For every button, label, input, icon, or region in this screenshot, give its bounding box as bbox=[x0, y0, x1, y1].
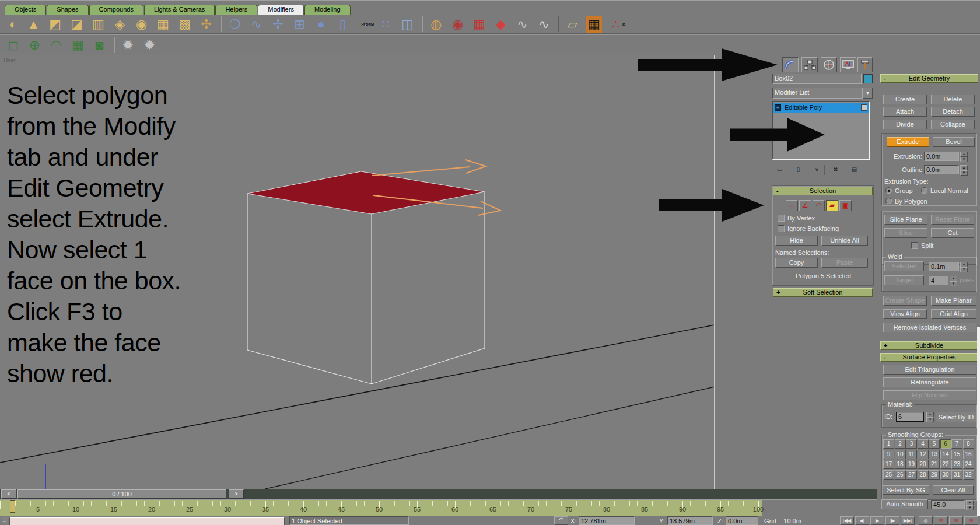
slice-plane-button[interactable]: Slice Plane bbox=[884, 215, 928, 225]
make-unique-icon[interactable]: ∨ bbox=[810, 165, 825, 175]
weld-selected-field[interactable]: 0.1m bbox=[929, 262, 959, 271]
prev-frame-button[interactable]: ◀| bbox=[855, 516, 869, 525]
angle-snap-icon[interactable]: ⊞ bbox=[949, 516, 963, 525]
vol-select-icon[interactable]: ▦ bbox=[471, 16, 488, 33]
extrude-button[interactable]: Extrude bbox=[887, 137, 929, 147]
split-checkbox[interactable] bbox=[911, 242, 918, 249]
smoothing-group-10[interactable]: 10 bbox=[895, 450, 906, 459]
snap-toggle-icon[interactable]: ⊞ bbox=[934, 516, 948, 525]
sphere-modifier-icon[interactable]: ● bbox=[313, 16, 330, 33]
xform-gold-icon[interactable]: ✣ bbox=[198, 16, 215, 33]
clear-all-button[interactable]: Clear All bbox=[933, 485, 974, 495]
smoothing-group-14[interactable]: 14 bbox=[940, 450, 951, 459]
panel-scrollbar[interactable] bbox=[977, 327, 980, 516]
extrusion-spinner[interactable]: ▲▼ bbox=[960, 152, 968, 161]
lattice-icon[interactable]: ▩ bbox=[176, 16, 193, 33]
object-name-field[interactable]: Box02 bbox=[772, 74, 862, 84]
stack-expand-icon[interactable]: + bbox=[775, 104, 781, 111]
smoothing-group-26[interactable]: 26 bbox=[895, 470, 906, 480]
time-slider-prev-button[interactable]: < bbox=[1, 489, 16, 499]
flip-normals-button[interactable]: Flip Normals bbox=[883, 390, 977, 400]
selection-lock-toggle[interactable] bbox=[554, 516, 568, 525]
select-by-id-button[interactable]: Select By ID bbox=[936, 412, 977, 422]
smoothing-group-27[interactable]: 27 bbox=[906, 470, 917, 480]
tab-lights-cameras[interactable]: Lights & Cameras bbox=[144, 5, 215, 15]
tab-objects[interactable]: Objects bbox=[5, 5, 46, 15]
view-align-button[interactable]: View Align bbox=[883, 309, 927, 319]
squeeze-icon[interactable]: ◈ bbox=[111, 16, 128, 33]
edit-geometry-rollout-header[interactable]: - Edit Geometry bbox=[880, 74, 978, 83]
slice-button[interactable]: Slice bbox=[884, 228, 928, 238]
weld-target-button[interactable]: Target bbox=[884, 275, 924, 285]
material-id-icon[interactable]: ∴ID bbox=[607, 16, 624, 33]
attach-button[interactable]: Attach bbox=[883, 107, 927, 117]
paste-button[interactable]: Paste bbox=[821, 258, 868, 268]
material-id-field[interactable]: 6 bbox=[896, 412, 924, 422]
noise-icon[interactable]: ◪ bbox=[68, 16, 85, 33]
smoothing-group-16[interactable]: 16 bbox=[963, 450, 974, 459]
uvw-map-icon[interactable]: ▱ bbox=[564, 16, 581, 33]
grid-align-button[interactable]: Grid Align bbox=[931, 309, 977, 319]
detach-button[interactable]: Detach bbox=[931, 107, 975, 117]
go-to-start-button[interactable]: |◀◀ bbox=[840, 516, 854, 525]
tape-measure-icon[interactable]: ◙ bbox=[91, 37, 108, 54]
smoothing-group-3[interactable]: 3 bbox=[906, 439, 917, 449]
play-button[interactable]: ▶ bbox=[870, 516, 884, 525]
key-mode-icon[interactable]: ◍ bbox=[919, 516, 933, 525]
create-shape-button[interactable]: Create Shape bbox=[883, 296, 927, 306]
modifier-list-dropdown-arrow[interactable]: ▼ bbox=[863, 88, 873, 99]
extrusion-field[interactable]: 0.0m bbox=[924, 152, 959, 161]
display-tab[interactable] bbox=[840, 57, 856, 72]
bevel-button[interactable]: Bevel bbox=[933, 137, 975, 147]
show-end-result-icon[interactable]: ▯ bbox=[791, 165, 806, 175]
motion-tab[interactable] bbox=[821, 57, 837, 72]
next-frame-button[interactable]: |▶ bbox=[886, 516, 900, 525]
stack-visibility-icon[interactable] bbox=[861, 104, 867, 111]
ripple-icon[interactable]: ◉ bbox=[133, 16, 150, 33]
weld-target-spinner[interactable]: ▲▼ bbox=[950, 276, 957, 285]
smoothing-group-1[interactable]: 1 bbox=[883, 439, 894, 449]
tab-modifiers[interactable]: Modifiers bbox=[258, 5, 304, 15]
ignore-backfacing-checkbox[interactable] bbox=[778, 225, 785, 232]
smoothing-group-30[interactable]: 30 bbox=[940, 470, 951, 480]
weld-selected-spinner[interactable]: ▲▼ bbox=[960, 262, 968, 271]
protractor-icon[interactable]: ◠ bbox=[48, 37, 65, 54]
wave-icon[interactable]: ▦ bbox=[155, 16, 172, 33]
maxscript-mini-listener[interactable] bbox=[9, 517, 285, 525]
smoothing-group-6[interactable]: 6 bbox=[940, 439, 951, 449]
banded-sphere-icon[interactable]: ◉ bbox=[449, 16, 466, 33]
reset-plane-button[interactable]: Reset Plane bbox=[931, 215, 974, 225]
unhide-all-button[interactable]: Unhide All bbox=[821, 236, 868, 246]
bend-icon[interactable]: ◖ bbox=[4, 16, 20, 33]
pin-stack-icon[interactable]: ▭ bbox=[772, 165, 788, 175]
modify-tab[interactable] bbox=[782, 57, 799, 72]
smoothing-group-12[interactable]: 12 bbox=[918, 450, 929, 459]
mirror-icon[interactable]: ⊞ bbox=[291, 16, 308, 33]
smoothing-group-4[interactable]: 4 bbox=[918, 439, 929, 449]
collapse-button[interactable]: Collapse bbox=[931, 120, 975, 130]
smoothing-group-2[interactable]: 2 bbox=[895, 439, 906, 449]
unwrap-uvw-icon[interactable]: ▦ bbox=[586, 16, 603, 33]
create-button[interactable]: Create bbox=[883, 94, 927, 104]
weld-target-field[interactable]: 4 bbox=[929, 276, 949, 285]
y-coord-field[interactable]: 18.579m bbox=[667, 516, 713, 525]
outline-field[interactable]: 0.0m bbox=[924, 165, 959, 174]
track-bar-frame-marker[interactable] bbox=[10, 500, 15, 513]
track-bar[interactable]: 5101520253035404550556065707580859095100 bbox=[0, 499, 877, 516]
group-radio[interactable] bbox=[886, 187, 892, 194]
box-selected-face[interactable] bbox=[247, 172, 485, 214]
smoothing-group-24[interactable]: 24 bbox=[963, 460, 974, 469]
smoothing-group-20[interactable]: 20 bbox=[918, 460, 929, 469]
smoothing-group-7[interactable]: 7 bbox=[951, 439, 963, 449]
grid-helper-icon[interactable]: ▦ bbox=[69, 37, 86, 54]
selection-rollout-header[interactable]: - Selection bbox=[773, 187, 873, 195]
smoothing-group-17[interactable]: 17 bbox=[883, 460, 894, 469]
weld-selected-button[interactable]: Selected bbox=[884, 261, 924, 271]
percent-snap-icon[interactable]: ⊞ bbox=[964, 516, 978, 525]
divide-button[interactable]: Divide bbox=[883, 120, 927, 130]
smoothing-group-11[interactable]: 11 bbox=[906, 450, 917, 459]
taper-icon[interactable]: ▲ bbox=[25, 16, 42, 33]
modifier-stack[interactable]: + Editable Poly bbox=[772, 102, 870, 160]
array-spray-icon[interactable]: ∷ bbox=[377, 16, 394, 33]
viewport[interactable]: User Select polygonfrom the Modi bbox=[0, 55, 715, 489]
